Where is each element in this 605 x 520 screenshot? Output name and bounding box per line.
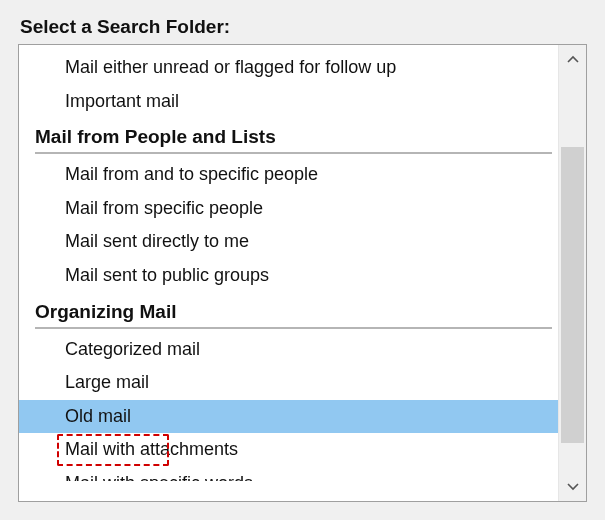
search-folder-listbox[interactable]: Mail either unread or flagged for follow… xyxy=(19,45,558,501)
group-header-organizing-mail: Organizing Mail xyxy=(19,295,558,325)
list-item-selected[interactable]: Old mail xyxy=(19,400,558,434)
list-item[interactable]: Mail sent to public groups xyxy=(19,259,558,293)
list-item[interactable]: Mail from and to specific people xyxy=(19,158,558,192)
chevron-down-icon xyxy=(567,480,579,492)
list-item[interactable]: Mail either unread or flagged for follow… xyxy=(19,51,558,85)
dialog-title: Select a Search Folder: xyxy=(20,16,587,38)
scroll-up-button[interactable] xyxy=(559,45,586,75)
list-item[interactable]: Large mail xyxy=(19,366,558,400)
scroll-thumb[interactable] xyxy=(561,147,584,443)
chevron-up-icon xyxy=(567,54,579,66)
list-item[interactable]: Mail from specific people xyxy=(19,192,558,226)
list-item[interactable]: Mail sent directly to me xyxy=(19,225,558,259)
list-item[interactable]: Mail with specific words xyxy=(19,467,558,481)
vertical-scrollbar[interactable] xyxy=(558,45,586,501)
divider xyxy=(35,152,552,154)
scroll-track[interactable] xyxy=(559,75,586,471)
list-item[interactable]: Important mail xyxy=(19,85,558,119)
list-item[interactable]: Categorized mail xyxy=(19,333,558,367)
group-header-people-and-lists: Mail from People and Lists xyxy=(19,120,558,150)
divider xyxy=(35,327,552,329)
scroll-down-button[interactable] xyxy=(559,471,586,501)
search-folder-panel: Mail either unread or flagged for follow… xyxy=(18,44,587,502)
list-item[interactable]: Mail with attachments xyxy=(19,433,558,467)
